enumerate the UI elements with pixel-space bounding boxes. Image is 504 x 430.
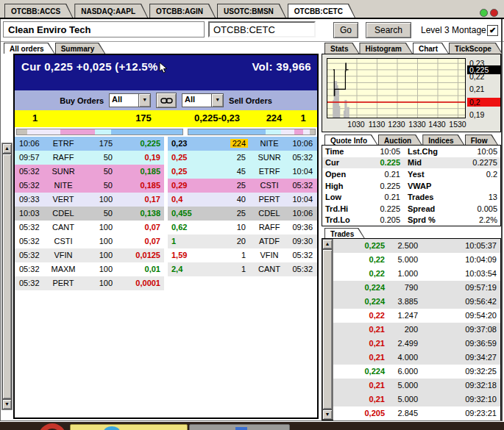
analysis-tab[interactable]: Histogram — [359, 43, 412, 54]
buy-orders-filter-select[interactable]: All ▼ — [109, 93, 151, 107]
analysis-tab[interactable]: TickScope — [449, 43, 503, 54]
taskbar-window-button-1[interactable] — [70, 424, 188, 430]
quote-tab[interactable]: Quote Info — [324, 135, 378, 146]
quote-value: 0.21 — [358, 170, 400, 179]
search-button[interactable]: Search — [366, 22, 411, 38]
trade-price: 0,22 — [333, 309, 385, 323]
buy-order[interactable]: 05:32 CSTI 100 0,07 — [15, 234, 164, 248]
scrollbar-thumb[interactable] — [322, 249, 333, 409]
quote-value: 0.21 — [358, 193, 400, 201]
symbol-tab[interactable]: NASDAQ:AAPL — [74, 4, 148, 18]
symbol-input[interactable] — [208, 21, 316, 37]
buy-price: 0,225 — [123, 137, 164, 151]
trade-size: 2.845 form t — [385, 406, 443, 420]
sell-price: 0,25 — [168, 165, 209, 179]
sell-order[interactable]: 1,59 1 VFIN 05:32 — [168, 248, 317, 262]
quote-tab[interactable]: Auction — [378, 135, 422, 146]
sell-size-cell: 25 — [209, 151, 252, 165]
buy-order[interactable]: 10:03 CDEL 50 0,138 — [15, 207, 164, 221]
quote-value: 2.2% — [447, 215, 500, 224]
red-status-dot-icon — [490, 9, 498, 17]
analysis-tab[interactable]: Stats — [324, 43, 359, 54]
sell-size: 1 — [239, 265, 248, 273]
sell-order[interactable]: 0,25 45 ETRF 10:04 — [168, 165, 317, 179]
level3-montage-checkbox[interactable]: ✔ — [487, 25, 498, 36]
sell-price: 0,23 — [168, 137, 209, 151]
buy-size: 100 — [82, 234, 123, 248]
montage-tab[interactable]: All orders — [4, 43, 55, 54]
sell-order[interactable]: 0,4 40 PERT 10:04 — [168, 193, 317, 207]
quote-tab[interactable]: Flow — [465, 135, 499, 146]
scroll-up-icon[interactable]: ▲ — [2, 143, 12, 154]
sell-order[interactable]: 0,455 25 CDEL 10:06 — [168, 207, 317, 221]
buy-order[interactable]: 10:06 ETRF 175 0,225 — [15, 137, 164, 151]
price-chart-plot — [327, 58, 466, 118]
chart-x-axis: 103011301230133014301530 — [327, 120, 464, 129]
symbol-tab[interactable]: OTCBB:AGIN — [149, 4, 216, 18]
trades-tab[interactable]: Trades — [324, 228, 365, 239]
montage-tab[interactable]: Summary — [55, 43, 106, 54]
order-book-scrollbar[interactable]: ▲ ▼ — [1, 143, 13, 410]
quote-info-row: Trd.Lo 0.205 Sprd % 2.2% — [322, 214, 500, 226]
trade-size: 2.499 — [385, 337, 443, 351]
sell-size: 224 — [230, 139, 248, 148]
chevron-down-icon[interactable]: ▼ — [211, 94, 223, 107]
sell-order[interactable]: 1 20 ATDF 09:30 — [168, 234, 317, 248]
scrollbar-thumb[interactable] — [2, 154, 12, 399]
buy-price: 0,07 — [123, 221, 164, 234]
sell-market-maker: ATDF — [252, 234, 286, 248]
trades-scrollbar[interactable]: ▲ ▼ — [322, 239, 333, 420]
buy-order[interactable]: 05:32 MAXM 100 0,01 — [15, 262, 164, 276]
company-name: Clean Enviro Tech — [3, 21, 205, 37]
quote-value: 0.005 — [447, 204, 500, 213]
sell-price: 1 — [168, 234, 209, 248]
level1-summary-bar: 1 175 0,225-0,23 224 1 — [15, 110, 317, 127]
buy-order[interactable]: 05:32 PERT 100 0,0001 — [15, 276, 164, 290]
sell-orders-filter-select[interactable]: All ▼ — [182, 93, 224, 107]
buy-order[interactable]: 05:32 NITE 50 0,185 — [15, 179, 164, 193]
sell-order[interactable]: 2,4 1 CANT 05:32 — [168, 262, 317, 276]
symbol-tab[interactable]: OTCBB:CETC — [288, 4, 355, 18]
scroll-down-icon[interactable]: ▼ — [322, 409, 333, 420]
sell-order[interactable]: 0,25 25 SUNR 05:32 — [168, 151, 317, 165]
montage-tab-bar: All orders Summary — [4, 43, 105, 54]
trade-time: 09:54:20 — [443, 309, 500, 323]
sell-order[interactable]: 0,23 224 NITE 10:06 — [168, 137, 317, 151]
symbol-tab[interactable]: OTCBB:ACCS — [4, 4, 73, 18]
taskbar-window-button-2[interactable] — [189, 424, 290, 430]
sell-size-cell: 45 — [209, 165, 252, 179]
chevron-down-icon[interactable]: ▼ — [138, 94, 150, 107]
buy-market-maker: PERT — [44, 276, 82, 290]
trades-tab-bar: Trades — [324, 228, 365, 239]
buy-time: 09:33 — [15, 193, 44, 207]
buy-order[interactable]: 05:32 SUNR 50 0,185 — [15, 165, 164, 179]
scroll-up-icon[interactable]: ▲ — [322, 239, 333, 249]
sell-size: 10 — [235, 223, 248, 232]
buy-size: 100 — [82, 262, 123, 276]
go-button[interactable]: Go — [333, 22, 358, 38]
buy-market-maker: CANT — [44, 221, 82, 234]
quote-tab[interactable]: Indices — [422, 135, 464, 146]
link-filters-button[interactable] — [156, 93, 177, 108]
buy-order[interactable]: 09:33 VERT 100 0,17 — [15, 193, 164, 207]
trade-price: 0,21 — [333, 323, 385, 337]
trade-size: 5.000 — [385, 393, 443, 406]
buy-size: 50 — [82, 165, 123, 179]
browser-logo-icon[interactable] — [38, 423, 66, 430]
trade-price: 0,21 — [333, 379, 385, 393]
symbol-tab[interactable]: USOTC:BMSN — [217, 4, 286, 18]
sell-order[interactable] — [168, 276, 317, 290]
buy-order[interactable]: 05:32 CANT 100 0,07 — [15, 221, 164, 234]
scroll-down-icon[interactable]: ▼ — [2, 399, 12, 409]
trade-size: 1.247 — [385, 309, 443, 323]
sell-order[interactable]: 0,29 25 CSTI 05:32 — [168, 179, 317, 193]
sell-order[interactable]: 0,62 10 RAFF 09:36 — [168, 221, 317, 234]
sell-time: 10:06 — [286, 207, 317, 221]
sell-price: 0,4 — [168, 193, 209, 207]
buy-size: 50 — [82, 151, 123, 165]
trade-price: 0,22 — [333, 253, 385, 267]
buy-order[interactable]: 05:32 VFIN 100 0,0125 — [15, 248, 164, 262]
buy-order[interactable]: 09:57 RAFF 50 0,19 — [15, 151, 164, 165]
analysis-tab[interactable]: Chart — [413, 43, 449, 54]
buy-market-maker: MAXM — [44, 262, 82, 276]
